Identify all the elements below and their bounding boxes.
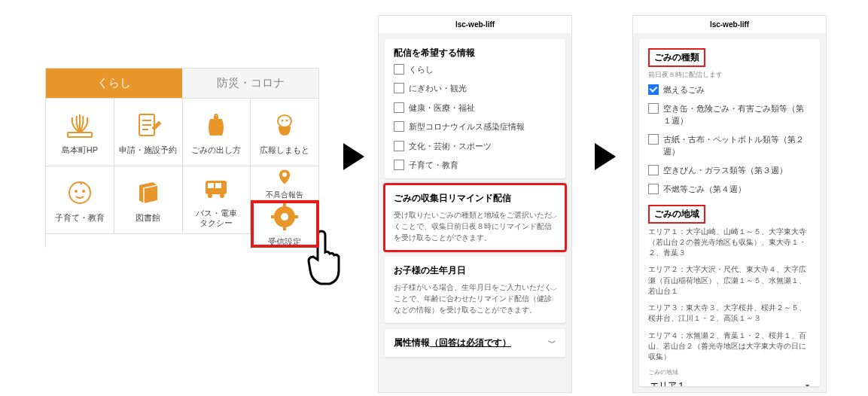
cell-settings[interactable]: 受信設定 xyxy=(251,200,319,248)
right-screen: lsc-web-liff ごみの種類 前日夜８時に配信します 燃えるごみ 空き缶… xyxy=(632,15,827,393)
tab-bousai[interactable]: 防災・コロナ xyxy=(182,69,318,98)
cell-library[interactable]: 図書館 xyxy=(114,166,183,234)
card-categories: 配信を希望する情報 くらし にぎわい・観光 健康・医療・福祉 新型コロナウイルス… xyxy=(385,39,565,178)
area-desc: エリア３：東大寺３、大字桜井、桜井２～５、桜井台、江川１・２、高浜１～３ xyxy=(648,303,811,324)
middle-screen: lsc-web-liff 配信を希望する情報 くらし にぎわい・観光 健康・医療… xyxy=(378,15,572,393)
svg-point-18 xyxy=(281,213,288,221)
area-select[interactable]: ごみの地域 エリア１ ▾ xyxy=(648,368,811,386)
checkbox-row[interactable]: 文化・芸術・スポーツ xyxy=(394,141,556,152)
chevron-down-icon: ﹀ xyxy=(550,212,558,224)
screen-title: lsc-web-liff xyxy=(633,16,826,33)
card-title: お子様の生年月日 xyxy=(394,264,556,277)
cell-label: 子育て・教育 xyxy=(55,213,105,223)
checkbox-icon xyxy=(648,103,659,114)
checkbox-icon xyxy=(394,102,404,113)
checkbox-icon xyxy=(648,84,659,95)
checkbox-label: 新型コロナウイルス感染症情報 xyxy=(409,121,525,133)
checkbox-row[interactable]: 空きびん・ガラス類等（第３週） xyxy=(648,165,811,176)
select-value: エリア１ xyxy=(650,379,686,386)
checkbox-icon xyxy=(394,83,404,93)
checkbox-row[interactable]: 古紙・古布・ペットボトル類等（第２週） xyxy=(648,134,811,157)
area-desc: エリア１：大字山崎、山崎１～５、大字東大寺（若山台２の善光寺地区も収集）、東大寺… xyxy=(648,227,811,259)
cell-garbage-howto[interactable]: ごみの出し方 xyxy=(183,99,251,166)
card-garbage-remind[interactable]: ごみの収集日リマインド配信 受け取りたいごみの種類と地域をご選択いただくことで、… xyxy=(385,184,565,251)
checkbox-row[interactable]: 空き缶・危険ごみ・有害ごみ類等（第１週） xyxy=(648,103,811,126)
checkbox-row[interactable]: くらし xyxy=(394,64,556,75)
checkbox-icon xyxy=(394,160,404,170)
cell-transport[interactable]: バス・電車 タクシー xyxy=(183,166,251,234)
card-attributes[interactable]: 属性情報（回答は必須です） ﹀ xyxy=(385,329,565,357)
card-title: 配信を希望する情報 xyxy=(394,47,556,59)
checkbox-row[interactable]: 燃えるごみ xyxy=(648,84,811,96)
checkbox-row[interactable]: 新型コロナウイルス感染症情報 xyxy=(394,121,556,133)
checkbox-row[interactable]: 子育て・教育 xyxy=(394,160,556,171)
svg-point-6 xyxy=(282,120,284,122)
svg-point-7 xyxy=(286,120,288,122)
checkbox-label: 古紙・古布・ペットボトル類等（第２週） xyxy=(663,134,811,157)
checkbox-label: 空きびん・ガラス類等（第３週） xyxy=(663,165,787,176)
svg-point-10 xyxy=(82,190,85,193)
gear-icon xyxy=(268,200,301,233)
cell-label: 申請・施設予約 xyxy=(119,145,177,155)
menu-tabs: くらし 防災・コロナ xyxy=(45,68,319,99)
cell-town-hp[interactable]: 島本町HP xyxy=(46,99,114,166)
select-caption: ごみの地域 xyxy=(648,368,811,376)
pin-icon xyxy=(275,167,294,187)
svg-rect-13 xyxy=(215,183,221,188)
svg-point-5 xyxy=(278,115,291,127)
type-checklist: 燃えるごみ 空き缶・危険ごみ・有害ごみ類等（第１週） 古紙・古布・ペットボトル類… xyxy=(648,84,811,196)
svg-rect-20 xyxy=(283,226,286,230)
area-desc: エリア２：大字大沢・尺代、東大寺４、大字広瀬（百山稲荷地区）、広瀬１～５、水無瀬… xyxy=(648,264,811,297)
screen-title: lsc-web-liff xyxy=(379,16,571,33)
cell-label: 不具合報告 xyxy=(266,190,303,200)
checkbox-icon xyxy=(648,165,659,175)
card-garbage-detail: ごみの種類 前日夜８時に配信します 燃えるごみ 空き缶・危険ごみ・有害ごみ類等（… xyxy=(639,39,820,386)
svg-point-14 xyxy=(208,193,212,198)
checkbox-icon xyxy=(394,64,404,75)
area-desc: エリア４：水無瀬２、青葉１・２、桜井１、百山、若山台２（善光寺地区は大字東大寺の… xyxy=(648,331,811,363)
checkbox-row[interactable]: にぎわい・観光 xyxy=(394,83,556,94)
checkbox-icon xyxy=(648,134,659,145)
category-checklist: くらし にぎわい・観光 健康・医療・福祉 新型コロナウイルス感染症情報 文化・芸… xyxy=(394,64,556,171)
svg-point-15 xyxy=(220,193,224,198)
checkbox-icon xyxy=(394,121,404,132)
card-child-birthday[interactable]: お子様の生年月日 お子様がいる場合、生年月日をご入力いただくことで、年齢に合わせ… xyxy=(385,257,565,323)
checkbox-icon xyxy=(394,141,404,151)
svg-point-16 xyxy=(282,172,287,177)
svg-rect-12 xyxy=(208,183,214,188)
arrow-right-icon xyxy=(595,143,616,170)
baby-icon xyxy=(63,176,96,209)
menu-grid: 島本町HP 申請・施設予約 ごみの出し方 広報しまもと 子育て・教育 xyxy=(45,99,319,248)
section-garbage-area: ごみの地域 xyxy=(648,205,705,224)
fan-icon xyxy=(63,108,96,142)
checkbox-row[interactable]: 不燃等ごみ（第４週） xyxy=(648,184,811,195)
bus-icon xyxy=(199,172,233,205)
checkbox-icon xyxy=(648,184,659,194)
chevron-down-icon: ﹀ xyxy=(550,285,558,296)
card-body: 受け取りたいごみの種類と地域をご選択いただくことで、収集日前日夜８時にリマインド… xyxy=(394,209,556,243)
cell-label: 広報しまもと xyxy=(260,145,309,155)
svg-point-9 xyxy=(75,190,78,193)
checkbox-row[interactable]: 健康・医療・福祉 xyxy=(394,102,556,114)
checkbox-label: くらし xyxy=(409,64,434,75)
checkbox-label: 燃えるごみ xyxy=(663,84,705,96)
svg-rect-19 xyxy=(283,203,286,208)
svg-rect-22 xyxy=(294,215,298,218)
cell-childcare[interactable]: 子育て・教育 xyxy=(46,166,114,234)
card-title: ごみの収集日リマインド配信 xyxy=(394,192,556,205)
arrow-right-icon xyxy=(343,143,364,170)
cell-label: バス・電車 タクシー xyxy=(196,209,237,228)
caret-down-icon: ▾ xyxy=(806,382,809,386)
checkbox-label: 文化・芸術・スポーツ xyxy=(409,141,492,152)
checkbox-label: 不燃等ごみ（第４週） xyxy=(663,184,746,195)
checkbox-label: 空き缶・危険ごみ・有害ごみ類等（第１週） xyxy=(663,103,811,126)
menu-panel: くらし 防災・コロナ 島本町HP 申請・施設予約 ごみの出し方 広報 xyxy=(45,68,319,248)
chevron-down-icon: ﹀ xyxy=(548,337,556,349)
cell-koho[interactable]: 広報しまもと xyxy=(251,99,319,166)
tab-kurashi[interactable]: くらし xyxy=(46,69,182,98)
checkbox-label: 子育て・教育 xyxy=(409,160,458,171)
cell-application[interactable]: 申請・施設予約 xyxy=(114,99,183,166)
checkbox-label: にぎわい・観光 xyxy=(409,83,467,94)
card-body: お子様がいる場合、生年月日をご入力いただくことで、年齢に合わせたリマインド配信（… xyxy=(394,282,556,315)
cell-report[interactable]: 不具合報告 xyxy=(251,166,319,200)
